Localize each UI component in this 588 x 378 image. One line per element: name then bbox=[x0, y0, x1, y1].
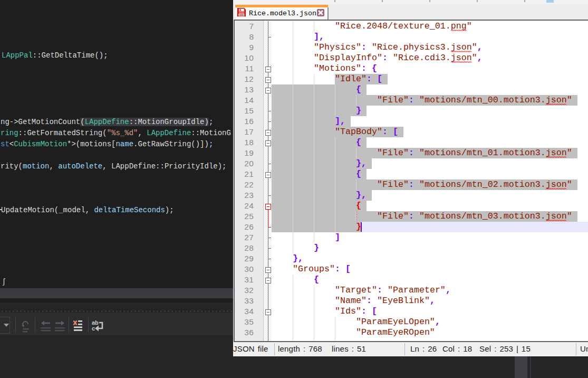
svg-text:c: c bbox=[92, 325, 95, 332]
